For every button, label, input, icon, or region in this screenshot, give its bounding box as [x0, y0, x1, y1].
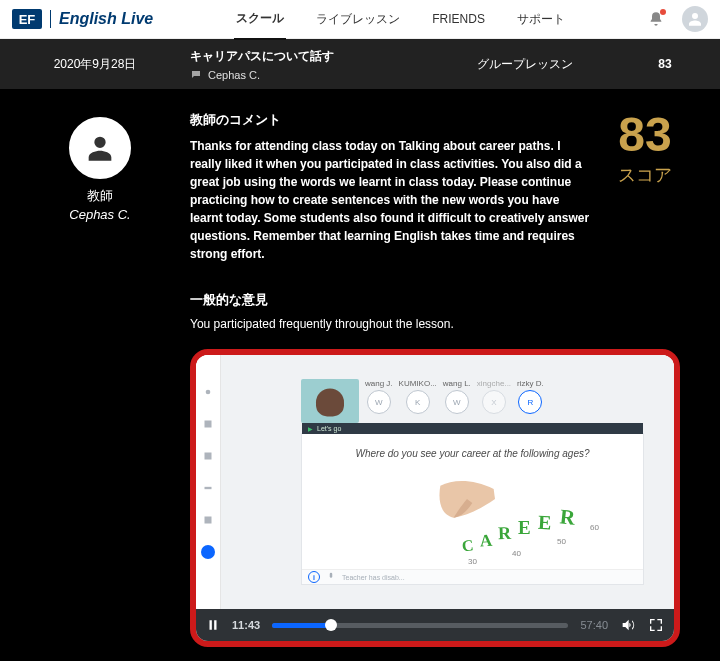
volume-button[interactable] — [620, 617, 636, 633]
brand-separator — [50, 10, 51, 28]
feedback-heading: 教師のコメント — [190, 111, 590, 129]
slide-footer: i Teacher has disab... — [302, 569, 643, 584]
nav-friends[interactable]: FRIENDS — [430, 1, 487, 37]
age-60: 60 — [590, 523, 599, 532]
teacher-icon — [190, 69, 202, 81]
participant-1-avatar: W — [367, 390, 391, 414]
age-50: 50 — [557, 537, 566, 546]
sidebar-tool-2[interactable] — [201, 417, 215, 431]
career-illustration: C A R E E R 30 40 50 60 — [302, 465, 643, 575]
career-letter-2: A — [479, 531, 493, 552]
participants-row: wang J. W KUMIKO... K wang L. W xingche.… — [301, 379, 644, 423]
playback-current-time: 11:43 — [232, 619, 260, 631]
general-section: 一般的な意見 You participated frequently throu… — [190, 291, 590, 331]
age-40: 40 — [512, 549, 521, 558]
summary-date: 2020年9月28日 — [0, 56, 190, 73]
participant-3-avatar: W — [445, 390, 469, 414]
summary-teacher-name: Cephas C. — [208, 69, 260, 81]
playback-knob[interactable] — [325, 619, 337, 631]
main-content: 教師 Cephas C. 83 スコア 教師のコメント Thanks for a… — [0, 89, 720, 661]
nav-support[interactable]: サポート — [515, 0, 567, 39]
svg-point-0 — [206, 390, 211, 395]
teacher-column: 教師 Cephas C. — [40, 117, 160, 222]
slide-area: Let's go Where do you see your career at… — [301, 433, 644, 585]
career-letter-6: R — [559, 504, 577, 530]
summary-score: 83 — [610, 57, 720, 71]
teacher-name: Cephas C. — [40, 207, 160, 222]
nav-school[interactable]: スクール — [234, 0, 286, 40]
notification-dot — [660, 9, 666, 15]
score-value: 83 — [618, 111, 672, 159]
video-inner: wang J. W KUMIKO... K wang L. W xingche.… — [196, 355, 674, 609]
feedback-body: Thanks for attending class today on Talk… — [190, 137, 590, 263]
notifications-button[interactable] — [648, 11, 664, 27]
slide-footer-note: Teacher has disab... — [342, 574, 405, 581]
general-heading: 一般的な意見 — [190, 291, 590, 309]
sidebar-tool-5[interactable] — [201, 513, 215, 527]
person-icon — [83, 131, 117, 165]
participant-1-name: wang J. — [365, 379, 393, 388]
playback-seek-track[interactable] — [272, 623, 568, 628]
sidebar-tool-3[interactable] — [201, 449, 215, 463]
pause-icon — [206, 618, 220, 632]
user-avatar[interactable] — [682, 6, 708, 32]
feedback-content: 教師のコメント Thanks for attending class today… — [190, 111, 590, 331]
ef-logo: EF — [12, 9, 42, 29]
app-header: EF English Live スクール ライブレッスン FRIENDS サポー… — [0, 0, 720, 39]
fullscreen-button[interactable] — [648, 617, 664, 633]
sidebar-tool-4[interactable] — [201, 481, 215, 495]
participant-4-avatar: X — [482, 390, 506, 414]
slide-top-bar: Let's go — [302, 423, 643, 434]
career-letter-3: R — [498, 523, 512, 544]
header-right — [648, 6, 708, 32]
career-letter-5: E — [537, 511, 552, 535]
summary-lesson-type: グループレッスン — [440, 56, 610, 73]
sidebar-chat-icon[interactable] — [201, 545, 215, 559]
playback-progress-fill — [272, 623, 331, 628]
main-nav: スクール ライブレッスン FRIENDS サポート — [234, 0, 567, 40]
nav-live-lesson[interactable]: ライブレッスン — [314, 0, 402, 39]
svg-rect-3 — [205, 487, 212, 489]
teacher-role-label: 教師 — [40, 187, 160, 205]
participant-4[interactable]: xingche... X — [477, 379, 511, 414]
age-30: 30 — [468, 557, 477, 566]
teacher-webcam — [301, 379, 359, 423]
person-icon — [686, 10, 704, 28]
sidebar-tool-1[interactable] — [201, 385, 215, 399]
svg-rect-2 — [205, 453, 212, 460]
score-column: 83 スコア — [618, 111, 672, 187]
summary-teacher: Cephas C. — [190, 69, 440, 81]
brand-name: English Live — [59, 10, 153, 28]
career-letter-1: C — [461, 536, 474, 555]
participant-4-name: xingche... — [477, 379, 511, 388]
info-icon[interactable]: i — [308, 571, 320, 583]
summary-topic-title: キャリアパスについて話す — [190, 48, 440, 65]
video-sidebar — [196, 355, 221, 609]
playback-total-time: 57:40 — [580, 619, 608, 631]
lesson-summary-bar: 2020年9月28日 キャリアパスについて話す Cephas C. グループレッ… — [0, 39, 720, 89]
fullscreen-icon — [648, 617, 664, 633]
slide-bar-label: Let's go — [317, 425, 341, 432]
career-letter-4: E — [518, 517, 531, 539]
mic-off-icon — [326, 572, 336, 582]
participant-2-name: KUMIKO... — [399, 379, 437, 388]
video-content: wang J. W KUMIKO... K wang L. W xingche.… — [221, 355, 674, 609]
slide-question: Where do you see your career at the foll… — [302, 434, 643, 459]
summary-topic: キャリアパスについて話す Cephas C. — [190, 48, 440, 81]
lesson-recording-frame: wang J. W KUMIKO... K wang L. W xingche.… — [190, 349, 680, 647]
participant-1[interactable]: wang J. W — [365, 379, 393, 414]
participant-2[interactable]: KUMIKO... K — [399, 379, 437, 414]
svg-rect-1 — [205, 421, 212, 428]
participant-3[interactable]: wang L. W — [443, 379, 471, 414]
volume-icon — [620, 617, 636, 633]
participant-3-name: wang L. — [443, 379, 471, 388]
hand-icon — [432, 479, 502, 519]
pause-button[interactable] — [206, 618, 220, 632]
brand: EF English Live — [12, 9, 153, 29]
score-label: スコア — [618, 163, 672, 187]
teacher-avatar — [69, 117, 131, 179]
participant-2-avatar: K — [406, 390, 430, 414]
general-body: You participated frequently throughout t… — [190, 317, 590, 331]
participant-5-avatar: R — [518, 390, 542, 414]
participant-5[interactable]: rizky D. R — [517, 379, 544, 414]
